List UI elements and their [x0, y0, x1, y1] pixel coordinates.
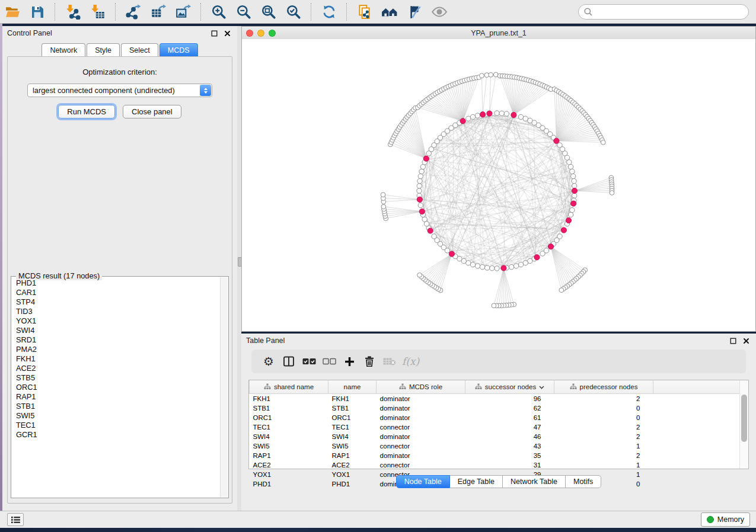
close-panel-button[interactable] — [222, 28, 232, 38]
select-all-columns-button[interactable] — [299, 352, 319, 370]
mcds-hub-node[interactable] — [423, 156, 429, 161]
network-canvas-svg[interactable] — [242, 39, 755, 331]
network-node[interactable] — [568, 164, 573, 169]
table-cell[interactable]: connector — [377, 441, 465, 451]
hide-selected-button[interactable] — [403, 2, 426, 22]
column-header-predecessor-nodes[interactable]: predecessor nodes — [554, 380, 653, 394]
table-cell[interactable]: RAP1 — [328, 451, 377, 460]
apply-layout-button[interactable] — [318, 2, 340, 22]
mcds-list-scrollbar[interactable] — [220, 277, 228, 497]
table-cell[interactable]: RAP1 — [250, 451, 328, 460]
tab-network-table[interactable]: Network Table — [503, 475, 566, 488]
table-row[interactable]: ACE2ACE2connector311 — [250, 460, 748, 470]
table-cell[interactable]: 62 — [465, 403, 554, 413]
column-header-name[interactable]: name — [328, 380, 377, 394]
network-node[interactable] — [601, 140, 605, 145]
network-node[interactable] — [499, 111, 504, 116]
mcds-result-item[interactable]: STB5 — [16, 373, 221, 383]
table-cell[interactable]: 0 — [554, 413, 653, 422]
mcds-hub-node[interactable] — [554, 138, 559, 143]
network-node[interactable] — [470, 262, 475, 267]
table-cell[interactable]: dominator — [377, 451, 465, 460]
function-builder-button[interactable]: f(x) — [400, 352, 422, 370]
mcds-result-item[interactable]: SWI4 — [16, 326, 221, 335]
mcds-result-item[interactable]: SRD1 — [16, 335, 221, 345]
mcds-hub-node[interactable] — [480, 112, 486, 117]
network-node[interactable] — [417, 184, 422, 188]
vertical-splitter[interactable] — [237, 26, 241, 511]
table-cell[interactable]: SWI4 — [250, 432, 328, 441]
table-cell[interactable]: ACE2 — [328, 460, 377, 470]
zoom-out-button[interactable] — [232, 2, 255, 22]
zoom-selected-button[interactable] — [282, 2, 305, 22]
table-cell[interactable]: 46 — [465, 432, 554, 441]
mcds-result-item[interactable]: YOX1 — [16, 316, 221, 326]
mcds-result-item[interactable]: PHD1 — [16, 278, 221, 288]
table-cell[interactable]: dominator — [377, 413, 465, 422]
table-cell[interactable]: connector — [377, 460, 465, 470]
table-cell[interactable]: 61 — [465, 413, 554, 422]
table-cell[interactable]: 47 — [465, 422, 554, 432]
table-cell[interactable]: 1 — [554, 460, 653, 470]
network-node[interactable] — [509, 265, 513, 270]
table-cell[interactable]: STB1 — [328, 403, 377, 413]
float-panel-button[interactable] — [209, 28, 219, 38]
table-cell[interactable]: SWI4 — [328, 432, 377, 441]
tab-motifs[interactable]: Motifs — [566, 475, 601, 488]
network-node[interactable] — [570, 169, 575, 174]
mcds-hub-node[interactable] — [548, 244, 553, 249]
mcds-hub-node[interactable] — [487, 111, 492, 116]
network-node[interactable] — [418, 174, 423, 178]
network-node[interactable] — [489, 72, 493, 77]
table-cell[interactable]: ORC1 — [250, 413, 328, 422]
network-node[interactable] — [417, 178, 422, 183]
mcds-result-item[interactable]: STP4 — [16, 297, 221, 307]
show-all-button[interactable] — [428, 2, 451, 22]
mcds-result-item[interactable]: TEC1 — [16, 421, 221, 430]
mcds-result-item[interactable]: ORC1 — [16, 383, 221, 392]
mcds-result-item[interactable]: CAR1 — [16, 288, 221, 297]
new-network-from-selection-button[interactable] — [353, 2, 376, 22]
table-cell[interactable]: SWI5 — [328, 441, 377, 451]
mcds-result-item[interactable]: PMA2 — [16, 345, 221, 354]
network-node[interactable] — [475, 113, 480, 118]
table-settings-button[interactable]: ⚙ — [259, 352, 279, 370]
tab-node-table[interactable]: Node Table — [396, 475, 450, 488]
network-node[interactable] — [418, 203, 423, 207]
network-node[interactable] — [480, 265, 484, 270]
close-mcds-panel-button[interactable]: Close panel — [123, 105, 181, 118]
network-node[interactable] — [381, 193, 385, 197]
network-node[interactable] — [523, 261, 528, 265]
export-network-button[interactable] — [122, 2, 145, 22]
network-node[interactable] — [572, 178, 576, 183]
tab-style[interactable]: Style — [87, 43, 120, 57]
task-history-button[interactable] — [7, 513, 24, 526]
table-cell[interactable]: SWI5 — [250, 441, 328, 451]
tab-network[interactable]: Network — [42, 43, 85, 57]
column-header-mcds-role[interactable]: MCDS role — [377, 380, 465, 394]
deselect-all-columns-button[interactable] — [319, 352, 339, 370]
network-node[interactable] — [568, 212, 573, 217]
search-box[interactable] — [578, 4, 749, 20]
table-cell[interactable]: STB1 — [250, 403, 328, 413]
network-node[interactable] — [572, 184, 577, 188]
export-image-button[interactable] — [172, 2, 194, 22]
table-row[interactable]: SWI4SWI4dominator462 — [250, 432, 748, 441]
mcds-hub-node[interactable] — [561, 227, 566, 233]
network-node[interactable] — [490, 266, 495, 271]
mcds-result-item[interactable]: TID3 — [16, 307, 221, 316]
table-scrollbar[interactable] — [739, 380, 748, 469]
network-node[interactable] — [495, 266, 499, 271]
network-node[interactable] — [495, 111, 499, 116]
network-node[interactable] — [559, 288, 564, 293]
network-node[interactable] — [518, 114, 523, 119]
mcds-hub-node[interactable] — [572, 188, 577, 193]
table-cell[interactable]: 2 — [554, 394, 653, 404]
network-node[interactable] — [492, 303, 496, 308]
create-column-button[interactable] — [339, 352, 359, 370]
mcds-hub-node[interactable] — [449, 251, 454, 257]
mcds-hub-node[interactable] — [501, 265, 506, 271]
network-node[interactable] — [420, 164, 425, 169]
network-node[interactable] — [417, 273, 422, 277]
close-table-panel-button[interactable] — [741, 336, 751, 345]
